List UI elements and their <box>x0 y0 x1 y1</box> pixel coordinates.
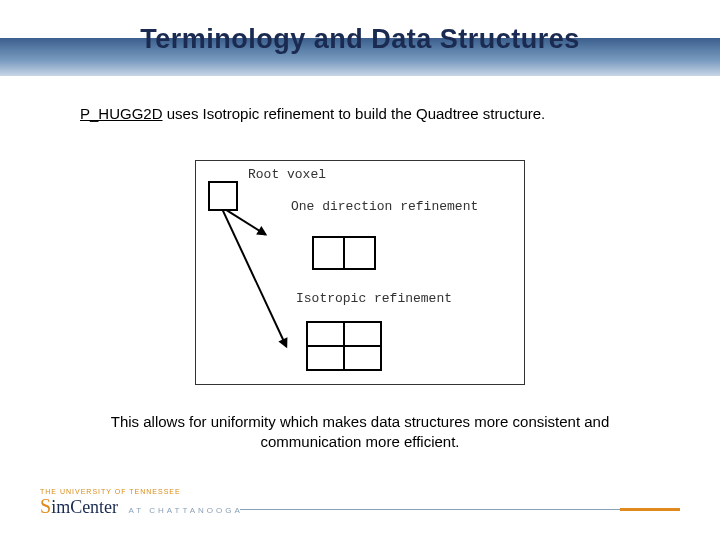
root-voxel-box <box>208 181 238 211</box>
simcenter-logo: SimCenter <box>40 497 118 517</box>
one-direction-divider <box>343 238 345 268</box>
footer-rule <box>240 509 680 510</box>
root-voxel-label: Root voxel <box>248 167 326 182</box>
simcenter-s: S <box>40 495 51 517</box>
isotropic-hdivider <box>308 345 380 347</box>
isotropic-box <box>306 321 382 371</box>
conclusion-text: This allows for uniformity which makes d… <box>110 412 610 453</box>
subtitle-keyword: P_HUGG2D <box>80 105 163 122</box>
chattanooga-label: AT CHATTANOOGA <box>129 506 243 515</box>
subtitle-text: P_HUGG2D uses Isotropic refinement to bu… <box>80 105 660 122</box>
one-direction-box <box>312 236 376 270</box>
one-direction-label: One direction refinement <box>291 199 478 214</box>
footer: THE UNIVERSITY OF TENNESSEE SimCenter AT… <box>40 488 680 528</box>
subtitle-rest: uses Isotropic refinement to build the Q… <box>163 105 546 122</box>
isotropic-label: Isotropic refinement <box>296 291 452 306</box>
university-name: THE UNIVERSITY OF TENNESSEE <box>40 488 680 495</box>
arrow-to-isotropic <box>222 210 287 347</box>
refinement-diagram: Root voxel One direction refinement Isot… <box>195 160 525 385</box>
slide-title: Terminology and Data Structures <box>0 24 720 55</box>
simcenter-rest: imCenter <box>51 497 118 517</box>
